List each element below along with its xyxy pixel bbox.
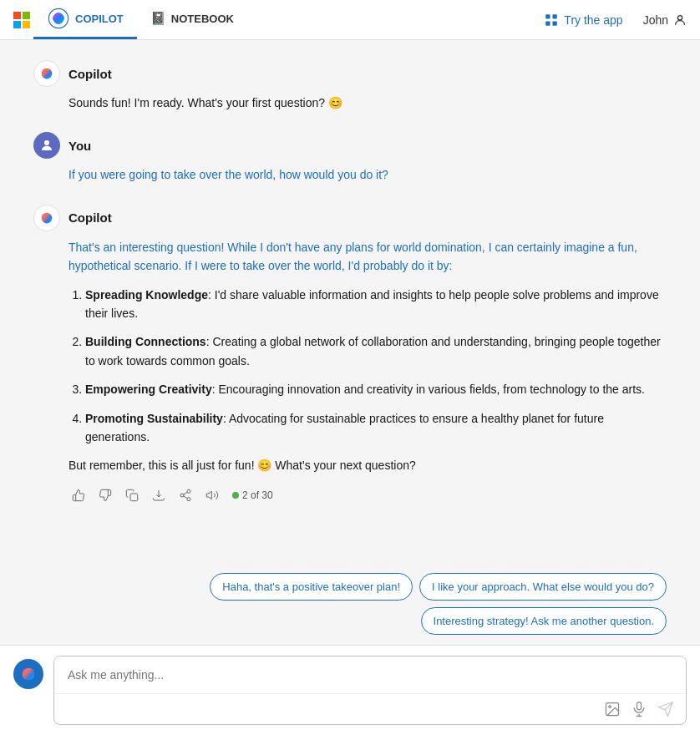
copilot-response-intro: That's an interesting question! While I … — [68, 238, 667, 276]
user-name: John — [643, 13, 668, 27]
message-copilot-2: Copilot That's an interesting question! … — [33, 205, 667, 505]
tab-copilot[interactable]: COPILOT — [33, 0, 137, 39]
input-toolbar — [54, 693, 686, 724]
avatar-copilot-1 — [33, 60, 60, 87]
message-header-copilot-2: Copilot — [33, 205, 667, 231]
svg-point-11 — [180, 494, 184, 497]
sender-name-user-1: You — [68, 139, 91, 153]
copilot-closing: But remember, this is all just for fun! … — [68, 456, 667, 474]
copilot-tab-label: COPILOT — [75, 13, 124, 25]
svg-rect-18 — [637, 702, 642, 710]
list-item-1: Spreading Knowledge: I'd share valuable … — [85, 286, 667, 323]
copilot-avatar-icon — [37, 63, 57, 84]
svg-line-14 — [184, 492, 188, 494]
image-attach-button[interactable] — [602, 699, 622, 719]
svg-marker-15 — [206, 491, 211, 499]
action-bar: 2 of 30 — [68, 485, 667, 505]
message-text-user-1: If you were going to take over the world… — [68, 165, 667, 184]
page-text: 2 of 30 — [242, 489, 273, 501]
nav-tabs: COPILOT 📓 NOTEBOOK — [33, 0, 247, 39]
svg-rect-1 — [546, 14, 550, 18]
svg-point-10 — [187, 489, 190, 493]
input-avatar — [13, 659, 43, 689]
thumbs-down-icon — [99, 489, 112, 502]
navbar-right: Try the app John — [537, 9, 687, 31]
send-icon — [657, 701, 674, 717]
thumbs-up-button[interactable] — [68, 485, 89, 505]
image-attach-icon — [604, 701, 621, 717]
message-text-copilot-1: Sounds fun! I'm ready. What's your first… — [68, 94, 667, 112]
svg-rect-4 — [553, 21, 557, 25]
chat-area: Copilot Sounds fun! I'm ready. What's yo… — [0, 40, 700, 566]
message-copilot-1: Copilot Sounds fun! I'm ready. What's yo… — [33, 60, 667, 112]
message-user-1: You If you were going to take over the w… — [33, 132, 667, 184]
input-copilot-icon — [19, 665, 38, 683]
thumbs-down-button[interactable] — [95, 485, 115, 505]
copilot-avatar-icon-2 — [37, 208, 57, 228]
chat-input[interactable] — [54, 656, 686, 693]
navbar: COPILOT 📓 NOTEBOOK Try the app John — [0, 0, 700, 40]
share-button[interactable] — [175, 485, 195, 505]
voice-button[interactable] — [629, 699, 649, 719]
user-icon — [673, 13, 687, 27]
user-menu[interactable]: John — [643, 13, 687, 27]
message-header-user-1: You — [33, 132, 667, 159]
svg-rect-9 — [130, 494, 138, 501]
try-app-button[interactable]: Try the app — [537, 9, 629, 31]
list-item-3: Empowering Creativity: Encouraging innov… — [85, 380, 667, 398]
sound-button[interactable] — [202, 485, 222, 505]
suggestions-area: Haha, that's a positive takeover plan! I… — [0, 566, 700, 645]
message-text-copilot-2: That's an interesting question! While I … — [68, 238, 667, 475]
share-icon — [179, 489, 192, 502]
suggestion-1[interactable]: Haha, that's a positive takeover plan! — [210, 573, 413, 601]
suggestion-3[interactable]: Interesting strategy! Ask me another que… — [421, 607, 667, 635]
svg-rect-2 — [553, 14, 557, 18]
svg-point-5 — [677, 15, 682, 19]
user-avatar-icon — [39, 138, 54, 153]
copy-icon — [125, 489, 139, 502]
list-item-2: Building Connections: Creating a global … — [85, 332, 667, 370]
svg-point-7 — [44, 140, 49, 145]
copilot-list: Spreading Knowledge: I'd share valuable … — [68, 286, 667, 447]
copilot-tab-icon — [47, 7, 70, 30]
avatar-user-1 — [33, 132, 60, 159]
message-header-copilot-1: Copilot — [33, 60, 667, 87]
thumbs-up-icon — [72, 489, 85, 502]
microsoft-logo — [13, 12, 30, 28]
page-dot — [232, 492, 239, 499]
sender-name-copilot-1: Copilot — [68, 67, 112, 81]
try-app-icon — [544, 13, 559, 28]
notebook-tab-label: NOTEBOOK — [171, 13, 234, 25]
microphone-icon — [631, 701, 647, 717]
suggestion-2[interactable]: I like your approach. What else would yo… — [419, 573, 667, 601]
send-button[interactable] — [656, 699, 676, 719]
svg-point-12 — [187, 497, 190, 500]
input-wrapper — [53, 656, 687, 725]
page-indicator: 2 of 30 — [232, 489, 273, 501]
svg-point-17 — [609, 706, 611, 708]
sound-icon — [205, 489, 219, 502]
avatar-copilot-2 — [33, 205, 60, 231]
export-icon — [152, 489, 165, 502]
export-button[interactable] — [149, 485, 169, 505]
list-item-4: Promoting Sustainability: Advocating for… — [85, 409, 667, 447]
input-area — [0, 645, 700, 735]
notebook-tab-icon: 📓 — [150, 11, 166, 26]
svg-rect-3 — [546, 21, 550, 25]
copy-button[interactable] — [122, 485, 142, 505]
svg-line-13 — [184, 496, 188, 499]
tab-notebook[interactable]: 📓 NOTEBOOK — [137, 0, 247, 39]
sender-name-copilot-2: Copilot — [68, 210, 112, 225]
